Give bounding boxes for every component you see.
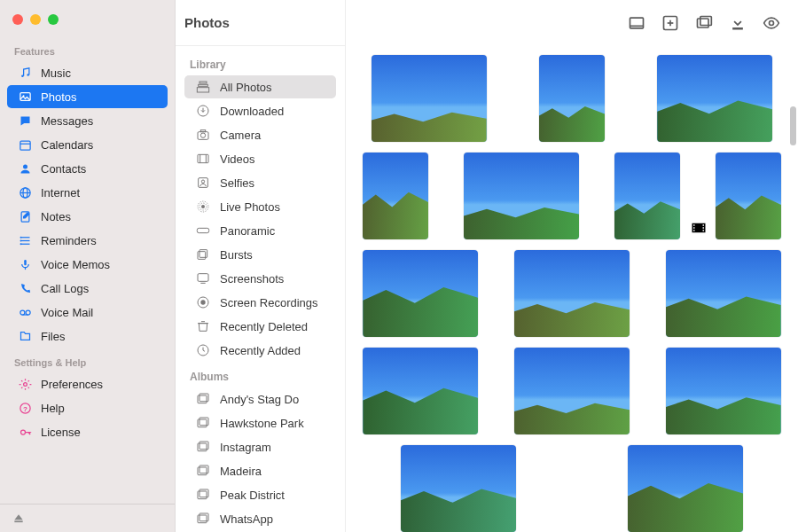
photo-thumbnail[interactable]: [372, 55, 487, 142]
library-item-all-photos[interactable]: All Photos: [184, 75, 336, 98]
svg-rect-6: [698, 19, 709, 27]
library-item-live-photos[interactable]: Live Photos: [184, 195, 336, 218]
add-button[interactable]: [661, 14, 679, 32]
photo-thumbnail[interactable]: [363, 153, 428, 239]
screenshot-icon: [195, 270, 211, 286]
help-icon: [18, 401, 32, 415]
library-item-videos[interactable]: Videos: [184, 147, 336, 170]
sidebar-item-label: Internet: [41, 186, 80, 200]
album-icon: [195, 463, 211, 479]
library-item-instagram[interactable]: Instagram: [184, 435, 336, 458]
sidebar-item-contacts[interactable]: Contacts: [7, 157, 168, 180]
maximize-window-button[interactable]: [48, 14, 59, 25]
photo-thumbnail[interactable]: [363, 348, 478, 434]
photo-thumbnail[interactable]: [666, 250, 781, 337]
library-item-whatsapp[interactable]: WhatsApp: [184, 507, 336, 530]
photo-thumbnail[interactable]: [716, 153, 781, 239]
svg-rect-7: [700, 17, 712, 26]
library-item-label: Recently Deleted: [220, 320, 308, 333]
photo-thumbnail[interactable]: [514, 250, 630, 337]
library-item-label: Panoramic: [220, 224, 275, 238]
album-icon: [195, 487, 211, 503]
library-item-peak-district[interactable]: Peak District: [184, 483, 336, 506]
live-icon: [195, 199, 211, 215]
svg-rect-0: [14, 520, 22, 522]
trash-icon: [195, 318, 211, 334]
sidebar-item-label: Music: [41, 66, 71, 80]
minimize-window-button[interactable]: [30, 14, 41, 25]
library-item-screen-recordings[interactable]: Screen Recordings: [184, 291, 336, 314]
photo-thumbnail[interactable]: [614, 153, 680, 239]
sidebar-item-label: Notes: [41, 210, 71, 223]
sidebar-item-voice-mail[interactable]: Voice Mail: [7, 301, 168, 324]
photo-thumbnail[interactable]: [539, 55, 605, 142]
library-item-andy-s-stag-do[interactable]: Andy's Stag Do: [184, 387, 336, 411]
view-button[interactable]: [763, 14, 780, 32]
library-item-recently-added[interactable]: Recently Added: [184, 339, 336, 362]
svg-point-9: [770, 21, 774, 26]
reminders-icon: [18, 233, 32, 247]
sidebar-item-notes[interactable]: Notes: [7, 205, 168, 228]
import-button[interactable]: [695, 14, 713, 32]
library-item-madeira[interactable]: Madeira: [184, 459, 336, 482]
library-item-label: All Photos: [220, 81, 272, 94]
photos-icon: [18, 90, 32, 104]
settings-header: Settings & Help: [0, 354, 175, 372]
clock-icon: [195, 342, 211, 358]
photo-thumbnail[interactable]: [401, 445, 516, 532]
sidebar-item-label: Photos: [41, 90, 76, 104]
library-item-camera[interactable]: Camera: [184, 123, 336, 146]
music-icon: [18, 66, 32, 80]
sidebar-item-messages[interactable]: Messages: [7, 109, 168, 132]
sidebar: Features Music Photos Messages Calendars…: [0, 0, 176, 532]
library-item-recently-deleted[interactable]: Recently Deleted: [184, 315, 336, 338]
sidebar-item-preferences[interactable]: Preferences: [7, 372, 168, 395]
voice-memos-icon: [18, 257, 32, 271]
library-item-downloaded[interactable]: Downloaded: [184, 99, 336, 122]
library-item-label: Instagram: [220, 441, 271, 454]
sidebar-item-photos[interactable]: Photos: [7, 85, 168, 108]
photo-thumbnail[interactable]: [363, 250, 478, 337]
sidebar-item-label: Help: [41, 402, 65, 415]
scrollbar[interactable]: [790, 106, 796, 145]
voice-mail-icon: [18, 305, 32, 319]
photo-thumbnail[interactable]: [657, 55, 772, 142]
photo-thumbnail[interactable]: [666, 348, 781, 434]
library-item-panoramic[interactable]: Panoramic: [184, 219, 336, 242]
sidebar-item-label: Voice Mail: [41, 306, 93, 319]
close-window-button[interactable]: [12, 14, 23, 25]
library-item-label: Recently Added: [220, 344, 301, 357]
burst-icon: [195, 246, 211, 262]
sidebar-item-reminders[interactable]: Reminders: [7, 229, 168, 252]
library-item-hawkstone-park[interactable]: Hawkstone Park: [184, 411, 336, 434]
sidebar-item-label: Preferences: [41, 378, 103, 391]
library-item-bursts[interactable]: Bursts: [184, 243, 336, 266]
sidebar-item-license[interactable]: License: [7, 420, 168, 443]
sidebar-item-help[interactable]: Help: [7, 396, 168, 419]
sidebar-item-calendars[interactable]: Calendars: [7, 133, 168, 156]
photo-thumbnail[interactable]: [628, 445, 743, 532]
photo-thumbnail[interactable]: [464, 153, 579, 239]
eject-button[interactable]: [0, 504, 175, 532]
files-icon: [18, 329, 32, 343]
sidebar-item-internet[interactable]: Internet: [7, 181, 168, 204]
features-header: Features: [0, 43, 175, 60]
sidebar-item-voice-memos[interactable]: Voice Memos: [7, 253, 168, 276]
license-icon: [18, 425, 32, 439]
photo-thumbnail[interactable]: [514, 348, 630, 434]
library-item-label: Madeira: [220, 465, 262, 478]
download-button[interactable]: [729, 14, 747, 32]
album-icon: [195, 391, 211, 407]
sidebar-item-call-logs[interactable]: Call Logs: [7, 277, 168, 300]
library-item-label: WhatsApp: [220, 512, 273, 526]
sidebar-item-files[interactable]: Files: [7, 325, 168, 348]
library-item-screenshots[interactable]: Screenshots: [184, 267, 336, 290]
sidebar-item-label: Messages: [41, 114, 93, 128]
toolbar: [346, 0, 798, 46]
library-item-label: Andy's Stag Do: [220, 393, 299, 406]
pano-icon: [195, 223, 211, 239]
preview-button[interactable]: [628, 14, 645, 32]
library-item-selfies[interactable]: Selfies: [184, 171, 336, 194]
sidebar-item-music[interactable]: Music: [7, 61, 168, 84]
album-icon: [195, 415, 211, 431]
